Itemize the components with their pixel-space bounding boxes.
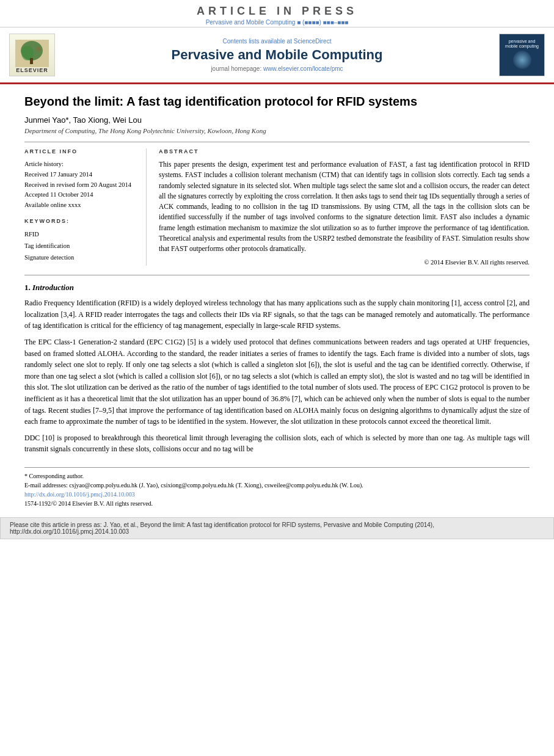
accepted-date: Accepted 11 October 2014 [24, 190, 139, 200]
section-name: Introduction [32, 283, 74, 292]
aip-subtitle: Pervasive and Mobile Computing ■ (■■■■) … [0, 19, 554, 26]
aip-title: ARTICLE IN PRESS [0, 5, 554, 18]
svg-point-4 [36, 46, 41, 51]
elsevier-label: ELSEVIER [16, 67, 48, 73]
right-logo-text: pervasive and mobile computing [502, 39, 542, 49]
abstract-text: This paper presents the design, experime… [159, 159, 530, 254]
abstract-label: ABSTRACT [159, 148, 530, 154]
article-info-abstract: ARTICLE INFO Article history: Received 1… [24, 142, 530, 266]
abstract-column: ABSTRACT This paper presents the design,… [159, 148, 530, 266]
contents-text: Contents lists available at [223, 38, 292, 45]
article-authors: Junmei Yao*, Tao Xiong, Wei Lou [24, 115, 530, 125]
article-in-press-banner: ARTICLE IN PRESS Pervasive and Mobile Co… [0, 0, 554, 27]
email-line: E-mail addresses: csjyao@comp.polyu.edu.… [24, 481, 530, 490]
svg-rect-3 [30, 58, 33, 64]
keywords-label: Keywords: [24, 218, 139, 224]
journal-header: ELSEVIER Contents lists available at Sci… [0, 27, 554, 84]
intro-para3: DDC [10] is proposed to breakthrough thi… [24, 432, 530, 455]
keywords-list: RFID Tag identification Signature detect… [24, 229, 139, 264]
article-title: Beyond the limit: A fast tag identificat… [24, 93, 530, 109]
journal-center-info: Contents lists available at ScienceDirec… [55, 38, 499, 72]
intro-para1: Radio Frequency Identification (RFID) is… [24, 297, 530, 332]
history-label: Article history: [24, 159, 139, 170]
elsevier-tree-icon [15, 40, 49, 67]
received-date: Received 17 January 2014 [24, 170, 139, 180]
section-number: 1. [24, 283, 32, 292]
article-history: Article history: Received 17 January 201… [24, 159, 139, 211]
journal-title: Pervasive and Mobile Computing [55, 47, 499, 63]
issn-line: 1574-1192/© 2014 Elsevier B.V. All right… [24, 499, 530, 508]
intro-para2-text: The EPC Class-1 Generation-2 standard (E… [24, 338, 530, 426]
article-body: Beyond the limit: A fast tag identificat… [0, 84, 554, 517]
sciencedirect-link[interactable]: ScienceDirect [294, 38, 332, 45]
keyword-rfid: RFID [24, 229, 139, 241]
abstract-copyright: © 2014 Elsevier B.V. All rights reserved… [159, 259, 530, 266]
authors-text: Junmei Yao*, Tao Xiong, Wei Lou [24, 115, 142, 125]
keywords-section: Keywords: RFID Tag identification Signat… [24, 218, 139, 264]
revised-date: Received in revised form 20 August 2014 [24, 180, 139, 191]
section-divider [24, 275, 530, 275]
available-date: Available online xxxx [24, 200, 139, 211]
article-info-label: ARTICLE INFO [24, 148, 139, 154]
right-logo-globe-icon [513, 51, 531, 69]
intro-para2: The EPC Class-1 Generation-2 standard (E… [24, 336, 530, 427]
doi-link[interactable]: http://dx.doi.org/10.1016/j.pmcj.2014.10… [24, 491, 135, 498]
article-affiliation: Department of Computing, The Hong Kong P… [24, 127, 530, 134]
article-info-column: ARTICLE INFO Article history: Received 1… [24, 148, 147, 266]
keyword-sig-det: Signature detection [24, 252, 139, 264]
page-bottom-cite: Please cite this article in press as: J.… [0, 517, 554, 539]
corresponding-author-note: * Corresponding author. [24, 471, 530, 481]
footnotes: * Corresponding author. E-mail addresses… [24, 467, 530, 508]
elsevier-logo: ELSEVIER [9, 34, 55, 76]
sciencedirect-line: Contents lists available at ScienceDirec… [55, 38, 499, 45]
journal-homepage: journal homepage: www.elsevier.com/locat… [55, 65, 499, 72]
introduction-heading: 1. Introduction [24, 283, 530, 293]
journal-logo-right: pervasive and mobile computing [499, 34, 545, 76]
homepage-url[interactable]: www.elsevier.com/locate/pmc [263, 65, 343, 72]
homepage-label: journal homepage: [211, 65, 261, 72]
keyword-tag-id: Tag identification [24, 241, 139, 252]
